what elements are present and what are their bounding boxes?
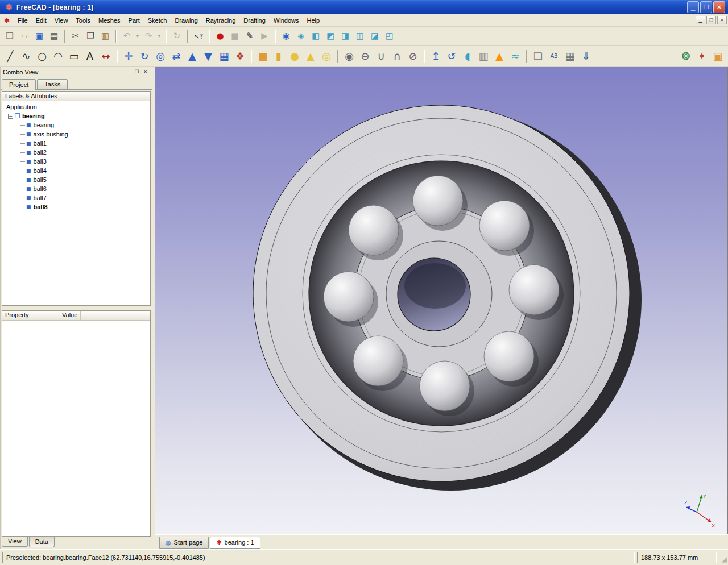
tab-bearing-document[interactable]: ✱ bearing : 1 — [210, 537, 260, 549]
save-document-button[interactable]: ▣ — [32, 29, 47, 44]
combo-view-titlebar[interactable]: Combo View ❐ ✕ — [1, 67, 152, 77]
tree-item-ball1[interactable]: ■ ball1 — [20, 139, 150, 148]
window-titlebar[interactable]: ✱ FreeCAD - [bearing : 1] ▁ ❐ ✕ — [0, 0, 728, 14]
draft-scale-button[interactable]: ▦ — [216, 48, 232, 64]
view-top-button[interactable]: ◩ — [323, 29, 338, 44]
draft-dimension-button[interactable]: ↔ — [98, 48, 114, 64]
drawing-a3-landscape-button[interactable]: A3 — [546, 48, 562, 64]
part-common-button[interactable]: ∩ — [389, 48, 405, 64]
draft-arc-button[interactable]: ◠ — [50, 48, 66, 64]
part-torus-button[interactable]: ◎ — [318, 48, 334, 64]
copy-button[interactable]: ❐ — [83, 29, 98, 44]
tree-item-ball3[interactable]: ■ ball3 — [20, 157, 150, 166]
menu-sketch[interactable]: Sketch — [144, 15, 171, 26]
view-front-button[interactable]: ◧ — [308, 29, 323, 44]
part-cone-button[interactable]: ▲ — [303, 48, 318, 64]
window-minimize-button[interactable]: ▁ — [687, 1, 699, 13]
value-column-header[interactable]: Value — [59, 311, 81, 320]
panel-float-button[interactable]: ❐ — [133, 68, 141, 76]
menu-view[interactable]: View — [51, 15, 72, 26]
part-boolean-button[interactable]: ◉ — [341, 48, 357, 64]
tree-item-axis-bushing[interactable]: ■ axis bushing — [20, 130, 150, 139]
raytracing-insert-part-button[interactable]: ✦ — [694, 48, 710, 64]
print-button[interactable]: ▤ — [47, 29, 61, 44]
child-minimize-button[interactable]: ▁ — [696, 16, 705, 24]
macro-execute-button[interactable]: ▶ — [257, 29, 272, 44]
view-left-button[interactable]: ◰ — [382, 29, 397, 44]
part-sphere-button[interactable]: ● — [287, 48, 303, 64]
view-axonometric-button[interactable]: ◈ — [293, 29, 308, 44]
drawing-insert-view-button[interactable]: ▦ — [562, 48, 578, 64]
view-bottom-button[interactable]: ◪ — [367, 29, 382, 44]
draft-trimex-button[interactable]: ⇄ — [168, 48, 184, 64]
draft-circle-button[interactable]: ○ — [34, 48, 50, 64]
panel-close-button[interactable]: ✕ — [141, 68, 150, 76]
draft-text-button[interactable]: A — [82, 48, 98, 64]
part-check-geometry-button[interactable]: ▲ — [491, 48, 507, 64]
draft-move-button[interactable]: ✛ — [121, 48, 136, 64]
part-cross-sections-button[interactable]: ▥ — [475, 48, 491, 64]
menu-raytracing[interactable]: Raytracing — [202, 15, 240, 26]
part-cut-button[interactable]: ⊖ — [357, 48, 373, 64]
3d-viewport[interactable]: Y X Z — [155, 67, 728, 534]
menu-part[interactable]: Part — [125, 15, 144, 26]
child-close-button[interactable]: ✕ — [717, 16, 727, 24]
undo-button[interactable]: ↶ — [119, 29, 134, 44]
draft-upgrade-button[interactable]: ▲ — [184, 48, 200, 64]
menu-drawing[interactable]: Drawing — [171, 15, 201, 26]
draft-line-button[interactable]: ╱ — [2, 48, 18, 64]
menu-meshes[interactable]: Meshes — [94, 15, 125, 26]
tree-item-ball8[interactable]: ■ ball8 — [20, 202, 150, 211]
draft-rectangle-button[interactable]: ▭ — [66, 48, 82, 64]
tab-view[interactable]: View — [2, 537, 28, 547]
tree-item-ball6[interactable]: ■ ball6 — [20, 184, 150, 193]
tree-item-ball2[interactable]: ■ ball2 — [20, 148, 150, 157]
raytracing-new-project-button[interactable]: ❂ — [678, 48, 694, 64]
tab-tasks[interactable]: Tasks — [37, 79, 68, 89]
part-extrude-button[interactable]: ↥ — [428, 48, 444, 64]
window-restore-button[interactable]: ❐ — [700, 1, 712, 13]
tab-project[interactable]: Project — [2, 79, 36, 90]
tab-start-page[interactable]: ◍ Start page — [159, 537, 209, 549]
part-cylinder-button[interactable]: ▮ — [271, 48, 287, 64]
tree-item-ball5[interactable]: ■ ball5 — [20, 175, 150, 184]
menu-tools[interactable]: Tools — [72, 15, 94, 26]
new-document-button[interactable]: ❏ — [2, 29, 17, 44]
view-rear-button[interactable]: ◫ — [353, 29, 367, 44]
tab-data[interactable]: Data — [29, 537, 55, 547]
part-revolve-button[interactable]: ↺ — [444, 48, 460, 64]
part-box-button[interactable]: ■ — [255, 48, 271, 64]
tree-item-application[interactable]: Application — [5, 102, 150, 111]
tree-item-bearing[interactable]: ■ bearing — [20, 121, 150, 130]
undo-dropdown[interactable]: ▾ — [134, 29, 141, 44]
drawing-export-page-button[interactable]: ⇓ — [578, 48, 594, 64]
cut-button[interactable]: ✂ — [68, 29, 83, 44]
part-loft-button[interactable]: ≈ — [507, 48, 523, 64]
draft-rotate-button[interactable]: ↻ — [136, 48, 152, 64]
redo-dropdown[interactable]: ▾ — [156, 29, 163, 44]
tree-item-bearing-document[interactable]: − ❒ bearing — [5, 111, 150, 121]
open-document-button[interactable]: ▱ — [17, 29, 32, 44]
document-window-icon[interactable]: ✱ — [2, 16, 11, 25]
menu-drafting[interactable]: Drafting — [239, 15, 270, 26]
tree-item-ball7[interactable]: ■ ball7 — [20, 193, 150, 202]
child-restore-button[interactable]: ❐ — [706, 16, 716, 24]
draft-wire-button[interactable]: ∿ — [18, 48, 34, 64]
property-table-body[interactable] — [2, 321, 150, 536]
part-fillet-button[interactable]: ◖ — [460, 48, 475, 64]
view-fit-all-button[interactable]: ◉ — [279, 29, 293, 44]
part-fuse-button[interactable]: ∪ — [373, 48, 389, 64]
macro-record-button[interactable]: ● — [213, 29, 228, 44]
expander-collapse-icon[interactable]: − — [8, 114, 13, 119]
bearing-model[interactable] — [155, 67, 728, 535]
macro-stop-button[interactable]: ■ — [228, 29, 242, 44]
view-right-button[interactable]: ◨ — [338, 29, 353, 44]
draft-downgrade-button[interactable]: ▼ — [200, 48, 216, 64]
menu-edit[interactable]: Edit — [32, 15, 51, 26]
refresh-button[interactable]: ↻ — [169, 29, 184, 44]
resize-grip[interactable]: ◢ — [718, 552, 727, 563]
tree-item-ball4[interactable]: ■ ball4 — [20, 166, 150, 175]
menu-file[interactable]: File — [14, 15, 32, 26]
whats-this-button[interactable]: ↖? — [191, 29, 206, 44]
menu-windows[interactable]: Windows — [270, 15, 303, 26]
